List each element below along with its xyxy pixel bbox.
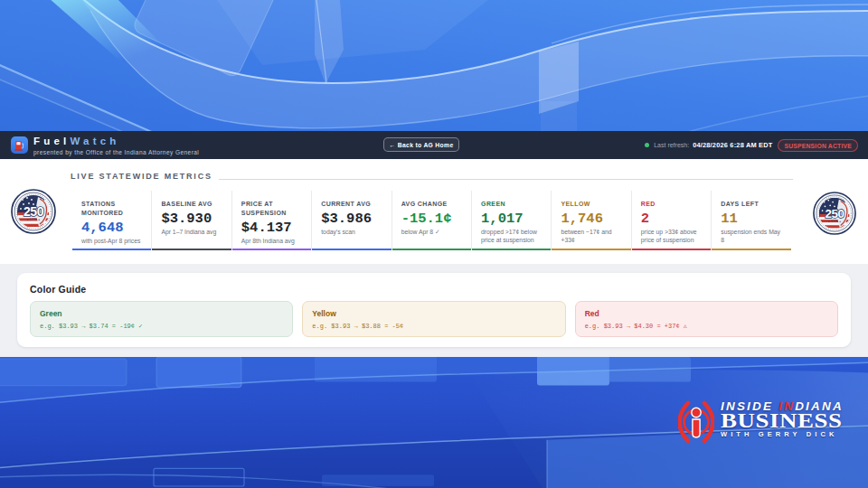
- svg-text:250: 250: [24, 204, 44, 219]
- svg-text:● 1776 ●: ● 1776 ●: [26, 218, 40, 221]
